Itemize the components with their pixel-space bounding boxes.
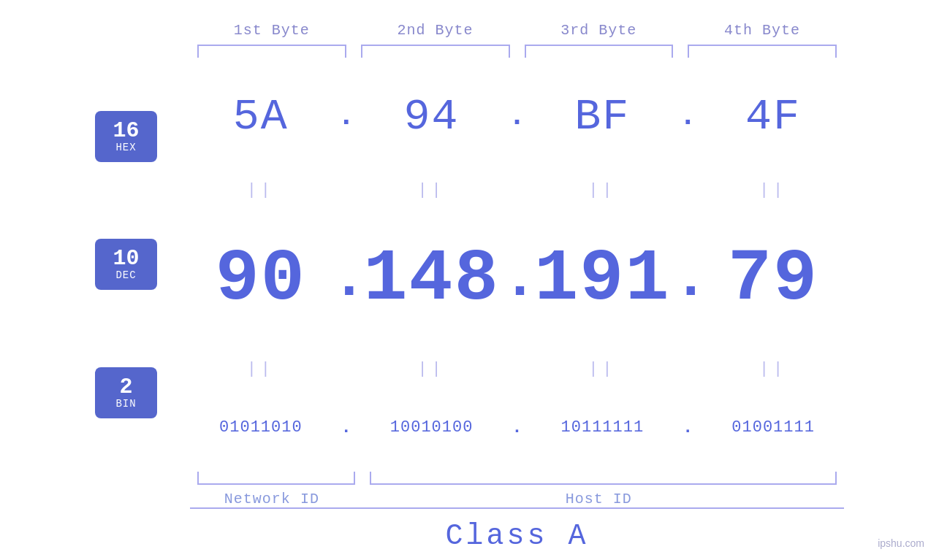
top-bracket-2: [361, 45, 510, 58]
id-labels-row: Network ID Host ID: [95, 491, 844, 507]
hex-val-3: BF: [532, 92, 674, 142]
byte-label-1: 1st Byte: [190, 22, 354, 39]
bin-val-1: 01011010: [190, 418, 332, 437]
byte-labels-row: 1st Byte 2nd Byte 3rd Byte 4th Byte: [95, 0, 844, 39]
values-grid: 5A . 94 . BF . 4F || || || || 90: [190, 58, 844, 472]
class-label: Class A: [190, 507, 844, 553]
bottom-bracket-host: [370, 472, 837, 485]
dot-dec-1: .: [332, 246, 361, 312]
dec-val-3: 191: [532, 238, 674, 321]
eq-sep-1-2: ||: [361, 181, 503, 199]
top-bracket-1: [197, 45, 346, 58]
bin-row: 01011010 . 10010100 . 10111111 . 0100111…: [190, 418, 844, 437]
dec-val-2: 148: [361, 238, 503, 321]
bin-badge: 2 BIN: [95, 367, 157, 418]
bottom-bracket-net: [197, 472, 355, 485]
eq-sep-2-1: ||: [190, 360, 332, 378]
eq-sep-1-3: ||: [532, 181, 674, 199]
dec-badge: 10 DEC: [95, 239, 157, 290]
eq-sep-2-2: ||: [361, 360, 503, 378]
hex-val-1: 5A: [190, 92, 332, 142]
bin-val-2: 10010100: [361, 418, 503, 437]
dot-hex-2: .: [503, 100, 532, 133]
bin-val-3: 10111111: [532, 418, 674, 437]
byte-label-3: 3rd Byte: [517, 22, 681, 39]
dot-dec-3: .: [673, 246, 702, 312]
dec-row: 90 . 148 . 191 . 79: [190, 238, 844, 321]
dot-bin-1: .: [332, 418, 361, 437]
dec-val-4: 79: [702, 238, 844, 321]
dot-hex-1: .: [332, 100, 361, 133]
byte-label-2: 2nd Byte: [354, 22, 517, 39]
network-id-label: Network ID: [190, 491, 354, 507]
top-bracket-4: [688, 45, 837, 58]
bottom-brackets: [95, 472, 844, 485]
hex-badge: 16 HEX: [95, 111, 157, 162]
bin-val-4: 01001111: [702, 418, 844, 437]
dot-bin-3: .: [673, 418, 702, 437]
eq-sep-1-1: ||: [190, 181, 332, 199]
hex-val-4: 4F: [702, 92, 844, 142]
dot-dec-2: .: [503, 246, 532, 312]
hex-val-2: 94: [361, 92, 503, 142]
eq-sep-2-4: ||: [702, 360, 844, 378]
byte-label-4: 4th Byte: [680, 22, 844, 39]
base-labels-col: 16 HEX 10 DEC 2 BIN: [95, 58, 190, 472]
eq-sep-2-3: ||: [532, 360, 674, 378]
top-bracket: [95, 45, 844, 58]
dec-val-1: 90: [190, 238, 332, 321]
sep-row-2: || || || ||: [190, 360, 844, 378]
hex-row: 5A . 94 . BF . 4F: [190, 92, 844, 142]
dot-bin-2: .: [503, 418, 532, 437]
host-id-label: Host ID: [354, 491, 844, 507]
sep-row-1: || || || ||: [190, 181, 844, 199]
dot-hex-3: .: [673, 100, 702, 133]
data-rows: 16 HEX 10 DEC 2 BIN 5A . 94 . BF . 4F: [95, 58, 844, 472]
top-bracket-3: [525, 45, 674, 58]
watermark: ipshu.com: [878, 537, 924, 549]
eq-sep-1-4: ||: [702, 181, 844, 199]
main-container: 1st Byte 2nd Byte 3rd Byte 4th Byte 16 H…: [0, 0, 939, 560]
